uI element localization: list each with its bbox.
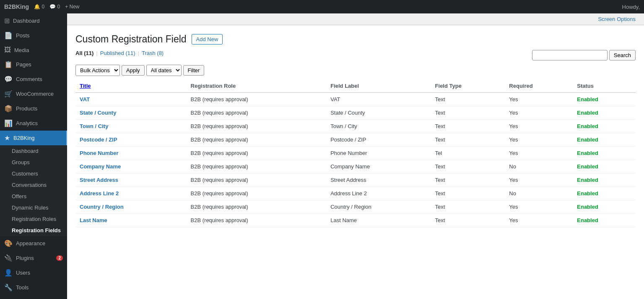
users-icon: 👤: [4, 269, 13, 277]
row-title-link[interactable]: VAT: [80, 96, 90, 102]
submenu-item-registration-fields[interactable]: Registration Fields: [0, 225, 67, 236]
main-content: Screen Options Custom Registration Field…: [67, 13, 644, 299]
cell-title: State / County: [75, 106, 187, 120]
media-icon: 🖼: [4, 46, 11, 54]
products-icon: 📦: [4, 105, 13, 113]
sidebar-item-pages[interactable]: 📋 Pages: [0, 57, 67, 72]
cell-role: B2B (requires approval): [187, 187, 327, 200]
page-header: Custom Registration Field Add New: [75, 34, 636, 45]
admin-bar-new[interactable]: + New: [65, 4, 79, 10]
submenu-item-offers[interactable]: Offers: [0, 191, 67, 202]
cell-status: Enabled: [573, 133, 636, 147]
cell-field-label: Last Name: [326, 214, 431, 227]
cell-title: Town / City: [75, 120, 187, 133]
registration-fields-table: TitleRegistration RoleField LabelField T…: [75, 79, 636, 227]
filter-link-trash[interactable]: Trash (8): [142, 50, 164, 56]
cell-required: No: [505, 187, 573, 200]
sidebar-item-users[interactable]: 👤 Users: [0, 265, 67, 280]
sidebar-item-media[interactable]: 🖼 Media: [0, 43, 67, 57]
b2bking-icon: ★: [4, 134, 10, 142]
cell-field-label: Address Line 2: [326, 187, 431, 200]
cell-title: Address Line 2: [75, 187, 187, 200]
table-header-status: Status: [573, 79, 636, 93]
add-new-button[interactable]: Add New: [192, 34, 223, 45]
table-row: Phone NumberB2B (requires approval)Phone…: [75, 147, 636, 160]
status-badge: Enabled: [577, 96, 598, 102]
row-title-link[interactable]: State / County: [80, 110, 116, 116]
cell-required: Yes: [505, 147, 573, 160]
sidebar-item-analytics[interactable]: 📊 Analytics: [0, 116, 67, 131]
cell-field-type: Text: [431, 106, 505, 120]
table-header-field_label: Field Label: [326, 79, 431, 93]
screen-options-button[interactable]: Screen Options: [598, 16, 636, 22]
posts-icon: 📄: [4, 31, 13, 39]
table-header-title[interactable]: Title: [75, 79, 187, 93]
row-title-link[interactable]: Country / Region: [80, 204, 124, 210]
table-row: Street AddressB2B (requires approval)Str…: [75, 173, 636, 187]
sidebar-item-label: Media: [14, 47, 29, 53]
sidebar-item-woocommerce[interactable]: 🛒 WooCommerce: [0, 87, 67, 101]
sidebar-item-dashboard[interactable]: ⊞ Dashboard: [0, 13, 67, 28]
row-title-link[interactable]: Last Name: [80, 217, 107, 223]
comments-icon: 💬: [4, 75, 13, 83]
filter-link-published[interactable]: Published (11): [100, 50, 135, 56]
cell-field-label: Street Address: [326, 173, 431, 187]
sidebar-item-products[interactable]: 📦 Products: [0, 101, 67, 116]
table-row: Address Line 2B2B (requires approval)Add…: [75, 187, 636, 200]
row-title-link[interactable]: Postcode / ZIP: [80, 136, 117, 143]
cell-field-type: Text: [431, 200, 505, 214]
dates-select[interactable]: All dates: [146, 65, 182, 76]
cell-field-label: Postcode / ZIP: [326, 133, 431, 147]
cell-role: B2B (requires approval): [187, 106, 327, 120]
status-badge: Enabled: [577, 217, 598, 223]
tools-icon: 🔧: [4, 283, 13, 291]
sidebar-item-tools[interactable]: 🔧 Tools: [0, 280, 67, 295]
admin-bar-counter1[interactable]: 🔔 0: [34, 4, 44, 10]
submenu-item-dynamic-rules[interactable]: Dynamic Rules: [0, 202, 67, 213]
apply-button[interactable]: Apply: [122, 65, 145, 76]
row-title-link[interactable]: Company Name: [80, 163, 121, 170]
sidebar-item-posts[interactable]: 📄 Posts: [0, 28, 67, 43]
table-row: Country / RegionB2B (requires approval)C…: [75, 200, 636, 214]
row-title-link[interactable]: Phone Number: [80, 150, 118, 156]
search-button[interactable]: Search: [609, 50, 636, 60]
bulk-action-select[interactable]: Bulk Actions: [75, 65, 120, 76]
cell-status: Enabled: [573, 147, 636, 160]
table-row: Company NameB2B (requires approval)Compa…: [75, 160, 636, 173]
cell-required: Yes: [505, 93, 573, 106]
filter-separator: |: [138, 50, 139, 56]
cell-field-type: Text: [431, 160, 505, 173]
cell-field-type: Text: [431, 173, 505, 187]
table-header-row: TitleRegistration RoleField LabelField T…: [75, 79, 636, 93]
cell-required: Yes: [505, 106, 573, 120]
admin-bar-logo[interactable]: B2BKing: [4, 3, 29, 10]
admin-bar-counter2[interactable]: 💬 0: [49, 4, 60, 10]
sidebar-item-appearance[interactable]: 🎨 Appearance: [0, 236, 67, 251]
sidebar-item-comments[interactable]: 💬 Comments: [0, 72, 67, 87]
status-badge: Enabled: [577, 150, 598, 156]
table-row: State / CountyB2B (requires approval)Sta…: [75, 106, 636, 120]
filter-button[interactable]: Filter: [183, 65, 205, 76]
row-title-link[interactable]: Address Line 2: [80, 190, 119, 197]
submenu-item-groups[interactable]: Groups: [0, 157, 67, 168]
submenu-item-registration-roles[interactable]: Registration Roles: [0, 213, 67, 225]
appearance-icon: 🎨: [4, 239, 13, 247]
cell-field-type: Text: [431, 133, 505, 147]
submenu-item-conversations[interactable]: Conversations: [0, 179, 67, 191]
cell-field-label: Company Name: [326, 160, 431, 173]
row-title-link[interactable]: Street Address: [80, 177, 118, 183]
sidebar-item-b2bking[interactable]: ★ B2BKing: [0, 131, 67, 145]
row-title-link[interactable]: Town / City: [80, 123, 108, 129]
table-row: Postcode / ZIPB2B (requires approval)Pos…: [75, 133, 636, 147]
cell-field-type: Text: [431, 187, 505, 200]
submenu-item-dashboard[interactable]: Dashboard: [0, 145, 67, 157]
page-title: Custom Registration Field: [75, 34, 187, 45]
search-input[interactable]: [532, 50, 608, 60]
cell-role: B2B (requires approval): [187, 173, 327, 187]
sidebar-item-plugins[interactable]: 🔌 Plugins 2: [0, 251, 67, 265]
cell-title: Last Name: [75, 214, 187, 227]
plugins-icon: 🔌: [4, 254, 13, 262]
sort-title[interactable]: Title: [80, 83, 91, 89]
submenu-item-customers[interactable]: Customers: [0, 168, 67, 179]
filters-row: Bulk Actions Apply All dates Filter: [75, 65, 636, 76]
